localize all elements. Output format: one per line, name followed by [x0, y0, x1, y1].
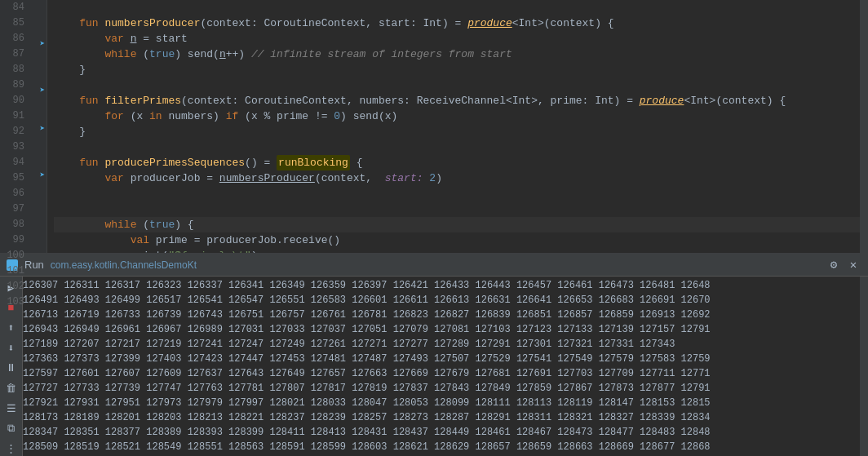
line-num-85: 85 — [0, 15, 24, 31]
code-line-98: while (true) { — [54, 217, 868, 232]
output-row-7: 127597 127601 127607 127609 127637 12764… — [23, 366, 860, 381]
run-label: Run — [24, 259, 44, 271]
filter-button[interactable]: ☰ — [2, 400, 20, 417]
code-line-89 — [54, 77, 868, 93]
line-num-100: 100 — [0, 248, 24, 263]
line-num-84: 84 — [0, 0, 24, 15]
gutter-arrow-98[interactable]: ➤ — [39, 170, 45, 180]
line-num-98: 98 — [0, 217, 24, 232]
line-num-102: 102 — [0, 279, 24, 294]
close-run-button[interactable]: ✕ — [845, 257, 861, 273]
output-row-9: 127921 127931 127951 127973 127979 12799… — [23, 396, 860, 410]
line-num-86: 86 — [0, 31, 24, 46]
code-line-85: fun numbersProducer(context: CoroutineCo… — [54, 15, 868, 31]
code-line-88: } — [54, 62, 868, 77]
output-row-10: 128173 128189 128201 128203 128213 12822… — [23, 410, 860, 425]
line-num-97: 97 — [0, 201, 24, 217]
pause-button[interactable]: ⏸ — [2, 360, 20, 377]
line-num-89: 89 — [0, 77, 24, 93]
settings-button[interactable]: ⚙ — [826, 257, 842, 273]
code-line-97 — [54, 201, 868, 217]
code-line-96 — [54, 186, 868, 201]
code-line-94: fun producePrimesSequences() = runBlocki… — [54, 155, 868, 170]
line-num-95: 95 — [0, 170, 24, 186]
code-line-91: for (x in numbers) if (x % prime != 0) s… — [54, 108, 868, 124]
line-numbers: 84 85 86 87 88 89 90 91 92 93 94 95 96 9… — [0, 0, 29, 253]
scroll-down-button[interactable]: ⬇ — [2, 340, 20, 357]
output-row-8: 127727 127733 127739 127747 127763 12778… — [23, 381, 860, 396]
output-row-12: 128509 128519 128521 128549 128551 12856… — [23, 440, 860, 454]
line-num-99: 99 — [0, 232, 24, 248]
code-line-100: print("${prime} \t") — [54, 248, 868, 253]
code-line-93 — [54, 139, 868, 155]
code-line-87: while (true) send(n++) // infinite strea… — [54, 46, 868, 62]
code-line-90: fun filterPrimes(context: CoroutineConte… — [54, 93, 868, 108]
output-row-6: 127363 127373 127399 127403 127423 12744… — [23, 352, 860, 366]
code-line-86: var n = start — [54, 31, 868, 46]
run-controls: ⚙ ✕ — [826, 257, 861, 273]
output-row-1: 126307 126311 126317 126323 126337 12634… — [23, 278, 860, 293]
gutter-arrow-94[interactable]: ➤ — [39, 123, 45, 134]
copy-button[interactable]: ⧉ — [2, 420, 20, 437]
code-line-92: } — [54, 124, 868, 139]
run-subtitle: com.easy.kotlin.ChannelsDemoKt — [51, 259, 197, 271]
editor-area: 84 85 86 87 88 89 90 91 92 93 94 95 96 9… — [0, 0, 868, 253]
editor-scrollbar[interactable] — [860, 0, 868, 253]
scroll-up-button[interactable]: ⬆ — [2, 320, 20, 337]
line-num-103: 103 — [0, 294, 24, 310]
output-row-11: 128347 128351 128377 128389 128393 12839… — [23, 425, 860, 440]
output-row-4: 126943 126949 126961 126967 126989 12703… — [23, 322, 860, 337]
run-output: 126307 126311 126317 126323 126337 12634… — [23, 277, 860, 456]
gutter-arrow-87[interactable]: ➤ — [39, 38, 45, 49]
code-line-99: val prime = producerJob.receive() — [54, 232, 868, 248]
run-panel: Run com.easy.kotlin.ChannelsDemoKt ⚙ ✕ ▶… — [0, 253, 868, 456]
gutter-arrow-91[interactable]: ➤ — [39, 85, 45, 95]
code-line-95: var producerJob = numbersProducer(contex… — [54, 170, 868, 186]
line-num-96: 96 — [0, 186, 24, 201]
line-num-94: 94 — [0, 155, 24, 170]
run-header: Run com.easy.kotlin.ChannelsDemoKt ⚙ ✕ — [0, 254, 868, 277]
run-title: Run com.easy.kotlin.ChannelsDemoKt — [7, 259, 197, 271]
line-num-88: 88 — [0, 62, 24, 77]
code-line-84 — [54, 0, 868, 15]
line-num-87: 87 — [0, 46, 24, 62]
gutter: ➤ ➤ ➤ ➤ — [29, 0, 47, 253]
clear-button[interactable]: 🗑 — [2, 380, 20, 397]
output-scrollbar[interactable] — [860, 277, 868, 456]
line-num-93: 93 — [0, 139, 24, 155]
output-row-2: 126491 126493 126499 126517 126541 12654… — [23, 293, 860, 308]
run-body: ▶ ■ ⬆ ⬇ ⏸ 🗑 ☰ ⧉ ⋮ 126307 126311 126317 1… — [0, 277, 868, 456]
code-content: fun numbersProducer(context: CoroutineCo… — [47, 0, 868, 253]
more-button[interactable]: ⋮ — [2, 441, 20, 457]
line-num-92: 92 — [0, 124, 24, 139]
output-row-3: 126713 126719 126733 126739 126743 12675… — [23, 308, 860, 322]
line-num-101: 101 — [0, 263, 24, 279]
line-num-91: 91 — [0, 108, 24, 124]
line-num-90: 90 — [0, 93, 24, 108]
output-row-5: 127189 127207 127217 127219 127241 12724… — [23, 337, 860, 352]
